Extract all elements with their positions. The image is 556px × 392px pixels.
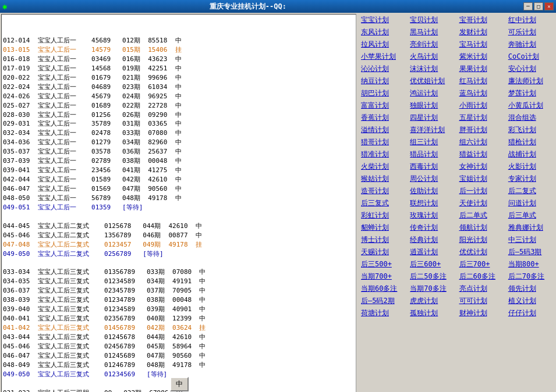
right-link-item[interactable]: 联想计划	[408, 197, 456, 209]
right-link-item[interactable]: 小黄瓜计划	[506, 99, 555, 112]
close-button[interactable]: ✕	[544, 2, 554, 10]
right-link-item[interactable]: 后二60多注	[457, 270, 506, 283]
right-link-item[interactable]: 组六计划	[457, 136, 506, 148]
right-link-item[interactable]: 造哥计划	[359, 185, 408, 197]
right-link-item[interactable]: 彩飞计划	[506, 124, 555, 136]
right-link-item[interactable]: 后三单式	[506, 209, 555, 222]
right-link-item[interactable]: 后二复式	[506, 185, 555, 197]
right-link-item[interactable]: 周公计划	[408, 173, 456, 185]
right-link-item[interactable]: 梦莲计划	[506, 87, 555, 99]
right-link-item[interactable]: 五星计划	[457, 112, 506, 124]
right-link-item[interactable]: 领先计划	[506, 283, 555, 295]
right-link-item[interactable]: 逍遥计划	[408, 246, 456, 258]
right-link-item[interactable]: 宝姐计划	[457, 173, 506, 185]
right-link-item[interactable]: 领航计划	[457, 222, 506, 234]
right-link-item[interactable]: 果果计划	[457, 63, 506, 75]
right-link-item[interactable]: 后三600+	[408, 258, 456, 270]
right-link-item[interactable]: 独眼计划	[408, 99, 456, 112]
right-link-item[interactable]: 问道计划	[506, 197, 555, 209]
right-link-item[interactable]: 胡巴计划	[359, 87, 408, 99]
right-link-item[interactable]: 猎枪计划	[506, 136, 555, 148]
right-link-item[interactable]: 后—5码2期	[359, 295, 408, 307]
right-link-item[interactable]: 红中计划	[506, 14, 555, 26]
right-link-item[interactable]: 经典计划	[408, 234, 456, 246]
right-link-item[interactable]: 佐助计划	[408, 185, 456, 197]
right-link-item[interactable]: 女神计划	[457, 161, 506, 173]
right-link-item[interactable]: 宝哥计划	[457, 14, 506, 26]
right-link-item[interactable]: 小雨计划	[457, 99, 506, 112]
right-link-item[interactable]: 香蕉计划	[359, 112, 408, 124]
right-link-item[interactable]: 沁沁计划	[359, 63, 408, 75]
right-link-item[interactable]: 优优计划	[457, 246, 506, 258]
right-link-item[interactable]: 当期700+	[359, 270, 408, 283]
minimize-button[interactable]: ─	[523, 2, 533, 10]
right-link-item[interactable]: 胖哥计划	[457, 124, 506, 136]
right-link-item[interactable]: 组三计划	[408, 136, 456, 148]
right-link-item[interactable]: 黑马计划	[408, 26, 456, 38]
right-link-item[interactable]: 阳光计划	[457, 234, 506, 246]
right-link-item[interactable]: 宝贝计划	[408, 14, 456, 26]
right-link-item[interactable]: 中三计划	[506, 234, 555, 246]
right-link-item[interactable]: 猎品计划	[408, 148, 456, 161]
right-link-item[interactable]: 喜洋洋计划	[408, 124, 456, 136]
right-link-item[interactable]: 貂蝉计划	[359, 222, 408, 234]
right-link-item[interactable]: 安心计划	[506, 63, 555, 75]
right-link-item[interactable]: 亮点计划	[457, 283, 506, 295]
right-link-item[interactable]: 专家计划	[506, 173, 555, 185]
right-link-item[interactable]: 荷塘计划	[359, 307, 408, 319]
right-link-item[interactable]: 仔仔计划	[506, 307, 555, 319]
right-link-item[interactable]: 当期60多注	[359, 283, 408, 295]
right-link-item[interactable]: 纳豆计划	[359, 75, 408, 87]
right-link-item[interactable]: 彩虹计划	[359, 209, 408, 222]
right-link-item[interactable]: 猎哥计划	[359, 136, 408, 148]
right-link-item[interactable]: 拉风计划	[359, 38, 408, 51]
right-link-item[interactable]: 奔驰计划	[506, 38, 555, 51]
right-link-item[interactable]: 猎准计划	[359, 148, 408, 161]
right-link-item[interactable]: 猴姑计划	[359, 173, 408, 185]
right-link-item[interactable]: CoCo计划	[506, 51, 555, 63]
left-scroll-content[interactable]: 012-014 宝宝人工后一 45689 012期 85518 中013-015…	[2, 15, 356, 392]
right-link-item[interactable]: 可可计划	[457, 295, 506, 307]
right-link-item[interactable]: 后一计划	[457, 185, 506, 197]
right-link-item[interactable]: 雅典娜计划	[506, 222, 555, 234]
right-link-item[interactable]: 战捕计划	[506, 148, 555, 161]
right-link-item[interactable]: 亮剑计划	[408, 38, 456, 51]
right-link-item[interactable]: 优优姐计划	[408, 75, 456, 87]
right-link-item[interactable]: 后二70多注	[506, 270, 555, 283]
right-link-item[interactable]: 当期70多注	[408, 283, 456, 295]
right-link-item[interactable]: 虎虎计划	[408, 295, 456, 307]
right-link-item[interactable]: 宝马计划	[457, 38, 506, 51]
right-link-item[interactable]: 当期800+	[506, 258, 555, 270]
maximize-button[interactable]: □	[534, 2, 543, 10]
right-link-item[interactable]: 廉法师计划	[506, 75, 555, 87]
right-link-item[interactable]: 东风计划	[359, 26, 408, 38]
right-link-item[interactable]: 发财计划	[457, 26, 506, 38]
right-link-item[interactable]: 火柴计划	[359, 161, 408, 173]
right-link-item[interactable]: 孤独计划	[408, 307, 456, 319]
right-link-item[interactable]: 西毒计划	[408, 161, 456, 173]
right-link-item[interactable]: 天赐计划	[359, 246, 408, 258]
right-link-item[interactable]: 天使计划	[457, 197, 506, 209]
status-button[interactable]: 中	[170, 377, 189, 391]
right-link-item[interactable]: 后三700+	[457, 258, 506, 270]
right-link-item[interactable]: 富富计划	[359, 99, 408, 112]
right-link-item[interactable]: 植义计划	[506, 295, 555, 307]
right-link-item[interactable]: 后三复式	[359, 197, 408, 209]
right-link-item[interactable]: 沫沫计划	[408, 63, 456, 75]
right-link-item[interactable]: 火影计划	[506, 161, 555, 173]
right-link-item[interactable]: 溢情计划	[359, 124, 408, 136]
right-link-item[interactable]: 鸿运计划	[408, 87, 456, 99]
right-link-item[interactable]: 后二50多注	[408, 270, 456, 283]
right-link-item[interactable]: 财神计划	[457, 307, 506, 319]
right-link-item[interactable]: 博士计划	[359, 234, 408, 246]
right-link-item[interactable]: 混合组选	[506, 112, 555, 124]
right-link-item[interactable]: 火鸟计划	[408, 51, 456, 63]
right-link-item[interactable]: 玫瑰计划	[408, 209, 456, 222]
right-link-item[interactable]: 蓝鸟计划	[457, 87, 506, 99]
right-link-item[interactable]: 小苹果计划	[359, 51, 408, 63]
right-link-item[interactable]: 宝宝计划	[359, 14, 408, 26]
right-link-item[interactable]: 红马计划	[457, 75, 506, 87]
right-link-item[interactable]: 后二单式	[457, 209, 506, 222]
right-link-item[interactable]: 四星计划	[408, 112, 456, 124]
right-link-item[interactable]: 可乐计划	[506, 26, 555, 38]
